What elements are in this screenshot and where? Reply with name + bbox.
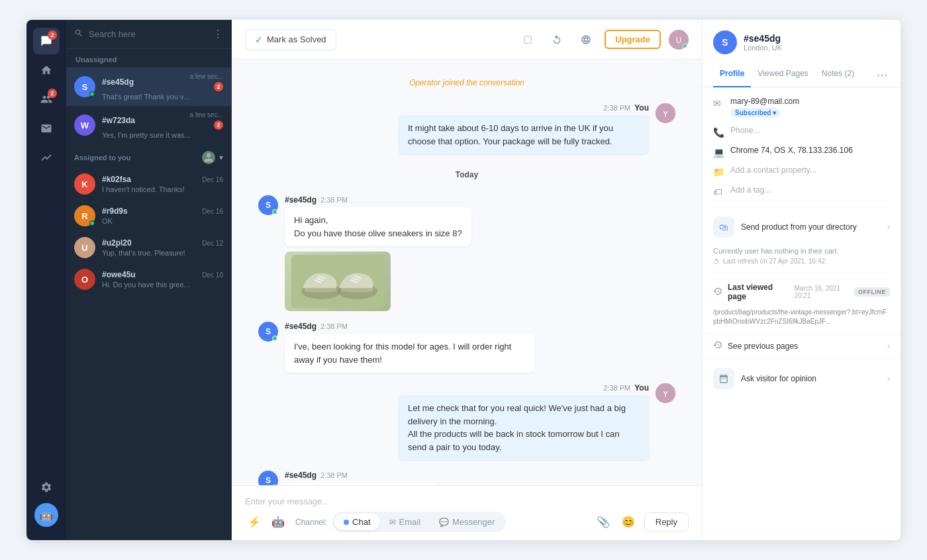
conv-item-se45dg[interactable]: S #se45dg a few sec... 2 That's great! T… — [66, 68, 231, 106]
refresh-icon-button[interactable] — [546, 29, 567, 50]
conv-name: #k02fsa — [102, 175, 131, 184]
profile-tab-notes[interactable]: Notes (2) — [815, 64, 861, 87]
profile-tab-viewed-pages[interactable]: Viewed Pages — [751, 64, 815, 87]
conv-info-r9d9s: #r9d9s Dec 16 OK — [102, 207, 223, 225]
nav-item-settings[interactable] — [33, 474, 60, 500]
nav-item-chat[interactable]: 2 — [33, 28, 60, 54]
conv-item-owe45u[interactable]: O #owe45u Dec 10 Hi. Do you have this gr… — [66, 263, 231, 295]
refresh-row: Last refresh on 27 Apr 2021, 16:42 — [713, 257, 890, 265]
nav-item-home[interactable] — [33, 57, 60, 83]
header-actions: Upgrade U — [517, 29, 689, 50]
message-time: 2:38 PM — [603, 104, 630, 112]
conv-item-r9d9s[interactable]: R #r9d9s Dec 16 OK — [66, 200, 231, 232]
tag-icon: 🏷 — [713, 187, 724, 197]
message-input[interactable] — [245, 494, 689, 512]
profile-email-field: ✉ mary-89@mail.com Subscribed ▾ — [713, 97, 890, 118]
channel-tab-email-label: Email — [399, 517, 421, 527]
conv-name: #se45dg — [102, 77, 134, 87]
quick-reply-icon[interactable]: ⚡ — [245, 513, 264, 531]
user-avatar[interactable]: U — [669, 30, 689, 50]
conv-avatar-u2pl20: U — [74, 237, 95, 258]
browser-value: Chrome 74, OS X, 78.133.236.106 — [730, 146, 890, 155]
browser-icon: 💻 — [713, 147, 724, 158]
conv-preview: Hi. Do you have this green t-shirt? — [102, 281, 195, 289]
conv-item-k02fsa[interactable]: K #k02fsa Dec 16 I haven't noticed. Than… — [66, 168, 231, 200]
send-product-row[interactable]: 🛍 Send product from your directory › — [703, 207, 901, 247]
bot-icon[interactable]: 🤖 — [269, 513, 287, 531]
chevron-right-icon: › — [887, 222, 890, 232]
phone-icon: 📞 — [713, 127, 724, 138]
channel-tab-chat[interactable]: Chat — [334, 514, 379, 530]
assigned-controls: ▾ — [202, 151, 223, 164]
message-time: 2:38 PM — [320, 471, 348, 479]
conv-name: #owe45u — [102, 270, 136, 279]
message-content: You 2:38 PM Let me check that for you re… — [399, 383, 649, 460]
upgrade-button[interactable]: Upgrade — [605, 30, 661, 49]
channel-tab-messenger[interactable]: 💬 Messenger — [430, 514, 504, 530]
shop-icon: 🛍 — [713, 216, 734, 238]
email-icon: ✉ — [713, 98, 724, 109]
profile-tab-profile[interactable]: Profile — [713, 64, 751, 87]
nav-item-contacts[interactable] — [33, 115, 60, 142]
chat-area: ✓ Mark as Solved Upgrade U — [232, 20, 702, 540]
subscribed-dropdown-icon[interactable]: ▾ — [773, 109, 776, 117]
history-icon — [713, 287, 722, 298]
message-meta: #se45dg 2:38 PM — [285, 322, 535, 331]
assigned-dropdown-icon[interactable]: ▾ — [219, 153, 223, 162]
layout-icon-button[interactable] — [517, 29, 538, 50]
opinion-icon — [713, 368, 734, 389]
conv-item-u2pl20[interactable]: U #u2pl20 Dec 12 Yup, that's true. Pleas… — [66, 232, 231, 263]
conversations-menu-button[interactable]: ⋮ — [213, 28, 223, 40]
conv-time: Dec 16 — [202, 208, 223, 215]
add-tag-label[interactable]: Add a tag... — [730, 185, 890, 195]
ask-opinion-row[interactable]: Ask visitor for opinion › — [703, 358, 901, 398]
emoji-icon[interactable]: 😊 — [619, 513, 638, 531]
message-avatar: Y — [656, 383, 675, 403]
refresh-time: Last refresh on 27 Apr 2021, 16:42 — [723, 257, 825, 265]
online-indicator — [89, 91, 95, 97]
last-viewed-header: Last viewed page March 16, 2021 20:21 OF… — [703, 273, 901, 305]
message-row: S #se45dg 2:38 PM That's great! Thank yo… — [258, 471, 675, 485]
profile-property-field: 📁 Add a contact property... — [713, 165, 890, 177]
right-panel-top: S #se45dg London, UK Profile Viewed Page… — [703, 20, 901, 87]
conv-info-owe45u: #owe45u Dec 10 Hi. Do you have this gree… — [102, 270, 223, 289]
reply-button[interactable]: Reply — [644, 512, 689, 532]
attachment-icon[interactable]: 📎 — [594, 513, 612, 531]
conv-time: Dec 16 — [202, 176, 223, 183]
see-previous-pages-row[interactable]: See previous pages › — [703, 333, 901, 358]
field-content: Add a tag... — [730, 185, 890, 195]
message-row: S #se45dg 2:38 PM I've, been looking for… — [258, 322, 675, 373]
translate-icon-button[interactable] — [575, 29, 597, 50]
last-viewed-url: /product/bag/products/the-vintage-messen… — [703, 305, 901, 333]
phone-placeholder[interactable]: Phone... — [730, 126, 890, 135]
nav-item-analytics[interactable] — [33, 144, 60, 171]
message-meta: You 2:38 PM — [399, 383, 649, 393]
message-content: #se45dg 2:38 PM That's great! Thank you … — [285, 471, 438, 485]
channel-tab-email[interactable]: ✉ Email — [380, 514, 430, 530]
product-image — [285, 252, 391, 311]
message-bubble: It might take about 6-10 days to arrive … — [399, 115, 649, 154]
conv-item-w723da[interactable]: W #w723da a few sec... 2 Yes, I'm pretty… — [66, 106, 231, 144]
conv-name: #w723da — [102, 116, 135, 125]
nav-bot-icon[interactable]: 🤖 — [34, 503, 58, 527]
add-property-label[interactable]: Add a contact property... — [730, 165, 890, 175]
cart-info: Currently user has nothing in their cart… — [703, 247, 901, 273]
field-content: Chrome 74, OS X, 78.133.236.106 — [730, 146, 890, 155]
chat-header: ✓ Mark as Solved Upgrade U — [232, 20, 702, 60]
message-row: Y You 2:38 PM Let me check that for you … — [258, 383, 675, 460]
conv-avatar-se45dg: S — [74, 76, 95, 97]
chat-input-area: ⚡ 🤖 Channel: Chat ✉ Email 💬 — [232, 485, 702, 540]
mark-solved-label: Mark as Solved — [267, 34, 326, 44]
mark-solved-button[interactable]: ✓ Mark as Solved — [245, 29, 336, 50]
nav-item-reports[interactable]: 2 — [33, 86, 60, 113]
offline-badge: OFFLINE — [854, 287, 890, 297]
email-icon: ✉ — [389, 518, 396, 527]
search-input[interactable] — [89, 29, 207, 39]
contact-header: S #se45dg London, UK — [713, 30, 890, 54]
online-indicator — [89, 220, 95, 226]
message-sender: You — [634, 103, 649, 113]
contacts-badge: 2 — [48, 89, 57, 98]
last-viewed-title: Last viewed page March 16, 2021 20:21 — [713, 283, 854, 301]
profile-tab-more-button[interactable]: ⋯ — [874, 64, 890, 87]
send-product-label: Send product from your directory — [741, 222, 887, 232]
